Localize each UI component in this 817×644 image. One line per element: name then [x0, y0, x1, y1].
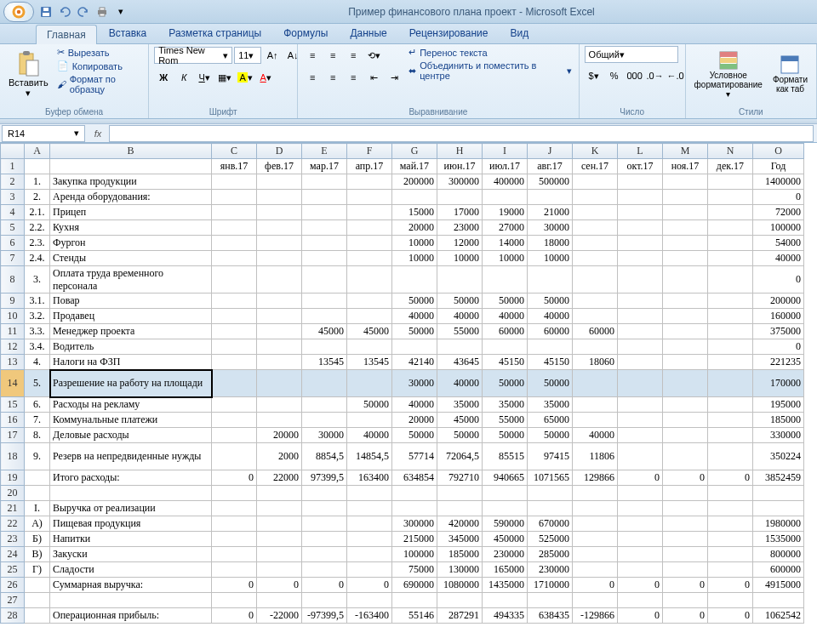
- format-table-button[interactable]: Формати как таб: [769, 46, 811, 102]
- cell-N10[interactable]: [708, 309, 753, 324]
- cell-O8[interactable]: 0: [753, 266, 804, 294]
- cell-F2[interactable]: [347, 174, 392, 190]
- cell-M27[interactable]: [663, 593, 708, 608]
- cell-O19[interactable]: 3852459: [753, 470, 804, 486]
- cell-H17[interactable]: 50000: [437, 428, 483, 443]
- cell-M11[interactable]: [663, 324, 708, 339]
- cell-O5[interactable]: 100000: [753, 220, 804, 236]
- cell-G9[interactable]: 50000: [392, 294, 437, 309]
- cell-A18[interactable]: 9.: [25, 443, 50, 470]
- cell-F19[interactable]: 163400: [347, 470, 392, 486]
- cell-I21[interactable]: [483, 501, 528, 516]
- cell-M6[interactable]: [663, 236, 708, 251]
- cell-B27[interactable]: [50, 593, 212, 608]
- cell-O24[interactable]: 800000: [753, 547, 804, 562]
- cell-A21[interactable]: I.: [25, 501, 50, 516]
- cell-J18[interactable]: 97415: [528, 443, 573, 470]
- cell-A17[interactable]: 8.: [25, 428, 50, 443]
- cell-J13[interactable]: 45150: [528, 355, 573, 370]
- cell-E14[interactable]: [302, 370, 347, 397]
- cell-B25[interactable]: Сладости: [50, 562, 212, 578]
- cell-F25[interactable]: [347, 562, 392, 578]
- col-header-N[interactable]: N: [708, 144, 753, 159]
- cell-D25[interactable]: [257, 562, 302, 578]
- row-header-26[interactable]: 26: [1, 578, 25, 593]
- cell-I2[interactable]: 400000: [483, 174, 528, 190]
- font-color-icon[interactable]: A▾: [256, 68, 275, 87]
- merge-center-button[interactable]: ⬌Объединить и поместить в центре ▾: [407, 60, 573, 82]
- cell-H25[interactable]: 130000: [437, 562, 483, 578]
- row-header-11[interactable]: 11: [1, 324, 25, 339]
- cell-K21[interactable]: [573, 501, 618, 516]
- cell-B16[interactable]: Коммунальные платежи: [50, 413, 212, 428]
- cell-F22[interactable]: [347, 516, 392, 532]
- cell-E3[interactable]: [302, 190, 347, 205]
- cell-J11[interactable]: 60000: [528, 324, 573, 339]
- qat-customize-icon[interactable]: ▾: [112, 3, 129, 20]
- cell-D21[interactable]: [257, 501, 302, 516]
- cell-M17[interactable]: [663, 428, 708, 443]
- cell-D23[interactable]: [257, 532, 302, 547]
- cell-K3[interactable]: [573, 190, 618, 205]
- cell-I8[interactable]: [483, 266, 528, 294]
- cell-F20[interactable]: [347, 486, 392, 501]
- cell-A28[interactable]: [25, 608, 50, 624]
- fill-color-icon[interactable]: A▾: [236, 68, 254, 87]
- cell-N21[interactable]: [708, 501, 753, 516]
- cell-G5[interactable]: 20000: [392, 220, 437, 236]
- undo-icon[interactable]: [56, 3, 73, 20]
- cell-D3[interactable]: [257, 190, 302, 205]
- col-header-A[interactable]: A: [25, 144, 50, 159]
- cell-C16[interactable]: [212, 413, 257, 428]
- cell-O9[interactable]: 200000: [753, 294, 804, 309]
- cell-A16[interactable]: 7.: [25, 413, 50, 428]
- cell-M14[interactable]: [663, 370, 708, 397]
- cell-G3[interactable]: [392, 190, 437, 205]
- cell-H8[interactable]: [437, 266, 483, 294]
- cell-K15[interactable]: [573, 397, 618, 413]
- cell-M9[interactable]: [663, 294, 708, 309]
- cell-L26[interactable]: 0: [618, 578, 663, 593]
- col-header-J[interactable]: J: [528, 144, 573, 159]
- cell-K10[interactable]: [573, 309, 618, 324]
- cell-B14[interactable]: Разрешение на работу на площади: [50, 370, 212, 397]
- cell-N13[interactable]: [708, 355, 753, 370]
- cell-G1[interactable]: май.17: [392, 159, 437, 174]
- cell-O15[interactable]: 195000: [753, 397, 804, 413]
- cell-O25[interactable]: 600000: [753, 562, 804, 578]
- cell-N8[interactable]: [708, 266, 753, 294]
- cell-F14[interactable]: [347, 370, 392, 397]
- cell-C11[interactable]: [212, 324, 257, 339]
- cell-M10[interactable]: [663, 309, 708, 324]
- cell-C7[interactable]: [212, 251, 257, 266]
- cell-B11[interactable]: Менеджер проекта: [50, 324, 212, 339]
- col-header-L[interactable]: L: [618, 144, 663, 159]
- cell-N17[interactable]: [708, 428, 753, 443]
- row-header-22[interactable]: 22: [1, 516, 25, 532]
- cell-A1[interactable]: [25, 159, 50, 174]
- cell-J25[interactable]: 230000: [528, 562, 573, 578]
- cell-I20[interactable]: [483, 486, 528, 501]
- cell-L10[interactable]: [618, 309, 663, 324]
- cell-F3[interactable]: [347, 190, 392, 205]
- cell-I7[interactable]: 10000: [483, 251, 528, 266]
- tab-review[interactable]: Рецензирование: [399, 24, 499, 43]
- cell-L27[interactable]: [618, 593, 663, 608]
- cell-O2[interactable]: 1400000: [753, 174, 804, 190]
- cell-D8[interactable]: [257, 266, 302, 294]
- cell-F8[interactable]: [347, 266, 392, 294]
- cell-H5[interactable]: 23000: [437, 220, 483, 236]
- cell-E27[interactable]: [302, 593, 347, 608]
- cell-C12[interactable]: [212, 339, 257, 355]
- cell-K27[interactable]: [573, 593, 618, 608]
- cell-A12[interactable]: 3.4.: [25, 339, 50, 355]
- cell-H26[interactable]: 1080000: [437, 578, 483, 593]
- cell-G26[interactable]: 690000: [392, 578, 437, 593]
- row-header-20[interactable]: 20: [1, 486, 25, 501]
- grow-font-icon[interactable]: A↑: [263, 46, 282, 65]
- cell-B9[interactable]: Повар: [50, 294, 212, 309]
- cell-N26[interactable]: 0: [708, 578, 753, 593]
- cell-M7[interactable]: [663, 251, 708, 266]
- cell-O7[interactable]: 40000: [753, 251, 804, 266]
- align-top-icon[interactable]: ≡: [303, 46, 322, 65]
